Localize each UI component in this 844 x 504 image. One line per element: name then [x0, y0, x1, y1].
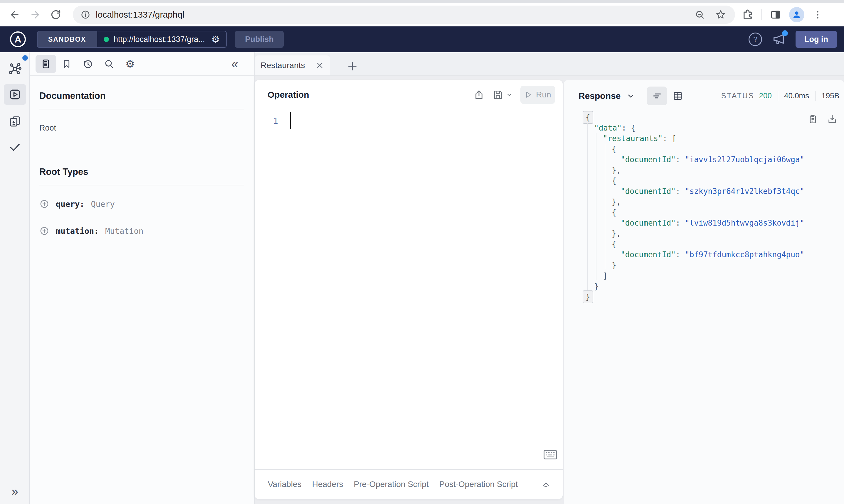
help-icon[interactable]: ?	[748, 33, 762, 46]
expand-plus-icon	[39, 226, 49, 236]
text-cursor	[290, 112, 291, 129]
status-label: STATUS	[721, 92, 754, 100]
announcements-button[interactable]	[772, 33, 786, 46]
json-line: },	[585, 197, 844, 207]
json-punctuation: :	[676, 187, 685, 196]
root-type-query-row[interactable]: query: Query	[39, 195, 244, 212]
tab-search[interactable]	[98, 59, 120, 69]
browser-tab-strip	[0, 0, 844, 3]
download-response-icon[interactable]	[827, 114, 838, 124]
tab-pre-operation-script[interactable]: Pre-Operation Script	[354, 480, 429, 489]
json-line: "data": {	[585, 123, 844, 133]
endpoint-url-text[interactable]: http://localhost:1337/gra...	[114, 35, 205, 44]
sidebar-item-checks[interactable]	[0, 140, 30, 154]
new-tab-button[interactable]	[347, 61, 358, 72]
collapse-toggle[interactable]: }	[583, 290, 593, 303]
chevron-down-icon	[506, 91, 513, 98]
json-punctuation: }	[594, 282, 599, 291]
sidebar-item-schema[interactable]	[0, 61, 30, 76]
expand-footer-button[interactable]	[541, 479, 551, 489]
apollo-header: A SANDBOX http://localhost:1337/gra... ⚙…	[0, 26, 844, 52]
connection-settings-icon[interactable]: ⚙	[211, 34, 220, 45]
share-operation-icon[interactable]	[473, 89, 485, 100]
notification-dot	[782, 30, 788, 36]
table-view-icon	[672, 90, 683, 102]
collapse-toggle[interactable]: {	[583, 111, 593, 124]
browser-profile-avatar[interactable]	[789, 7, 804, 22]
root-type-field[interactable]: query:	[56, 199, 85, 209]
bookmark-star-icon[interactable]	[715, 9, 726, 20]
reload-button[interactable]	[48, 6, 64, 23]
json-punctuation: },	[612, 197, 621, 206]
root-link[interactable]: Root	[39, 124, 244, 132]
json-line: },	[585, 165, 844, 176]
response-size: 195B	[821, 91, 839, 100]
json-line: "documentId": "szkyn3pr64r1v2lkebf3t4qc"	[585, 186, 844, 197]
side-panel-icon[interactable]	[770, 9, 781, 20]
sidebar-item-explorer-active[interactable]	[4, 84, 26, 105]
tab-restaurants[interactable]: Restaurants	[255, 55, 330, 75]
tab-variables[interactable]: Variables	[268, 480, 302, 489]
json-punctuation: {	[612, 176, 616, 185]
json-line: }	[585, 292, 844, 302]
divider	[39, 185, 244, 185]
indent-guide	[605, 144, 605, 269]
response-dropdown-chevron-icon[interactable]	[626, 92, 635, 100]
response-title: Response	[579, 91, 621, 101]
json-line: {	[585, 112, 844, 123]
address-bar[interactable]: localhost:1337/graphql	[73, 5, 735, 24]
root-type-field[interactable]: mutation:	[56, 227, 99, 236]
tab-documentation-active[interactable]	[36, 55, 56, 73]
json-punctuation: {	[612, 145, 616, 154]
expand-rail-button[interactable]: »	[0, 485, 30, 498]
root-type-mutation-row[interactable]: mutation: Mutation	[39, 222, 244, 239]
json-punctuation: {	[612, 240, 616, 249]
json-key: "restaurants"	[603, 134, 663, 143]
close-tab-icon[interactable]	[315, 61, 324, 70]
zoom-out-icon[interactable]	[694, 10, 705, 20]
json-line: "documentId": "iavv1s2l27uoblqcjai06wga"	[585, 154, 844, 165]
back-button[interactable]	[6, 6, 23, 23]
site-info-icon[interactable]	[81, 10, 90, 20]
schema-notification-dot	[22, 55, 28, 61]
browser-menu-icon[interactable]	[812, 9, 823, 20]
endpoint-url-field[interactable]: http://localhost:1337/gra... ⚙	[97, 34, 226, 45]
tab-history[interactable]	[77, 59, 98, 69]
run-button[interactable]: Run	[520, 86, 555, 104]
operation-title: Operation	[268, 90, 309, 100]
root-type-name[interactable]: Query	[91, 199, 115, 209]
apollo-logo[interactable]: A	[10, 31, 26, 47]
operation-editor[interactable]: 1	[255, 109, 563, 469]
keyboard-shortcuts-icon[interactable]	[543, 450, 557, 460]
documentation-panel: ⚙ « Documentation Root Root Types query:…	[30, 52, 255, 504]
json-line: {	[585, 176, 844, 186]
divider	[815, 91, 815, 101]
tab-post-operation-script[interactable]: Post-Operation Script	[439, 480, 518, 489]
login-button[interactable]: Log in	[795, 31, 837, 48]
extensions-icon[interactable]	[741, 8, 754, 21]
response-duration: 40.0ms	[784, 91, 809, 100]
forward-button[interactable]	[27, 6, 44, 23]
tab-headers[interactable]: Headers	[312, 480, 343, 489]
json-string: "szkyn3pr64r1v2lkebf3t4qc"	[685, 187, 804, 196]
line-number: 1	[255, 116, 278, 126]
screen: localhost:1337/graphql	[0, 0, 844, 504]
collapse-panel-button[interactable]: «	[231, 58, 238, 70]
operation-footer-tabs: Variables Headers Pre-Operation Script P…	[255, 470, 563, 499]
root-type-name[interactable]: Mutation	[105, 227, 143, 236]
tab-saved-operations[interactable]	[56, 59, 77, 69]
sidebar-item-changelog[interactable]	[0, 115, 30, 128]
json-line: {	[585, 144, 844, 154]
tab-label[interactable]: Restaurants	[261, 61, 305, 70]
endpoint-control: SANDBOX http://localhost:1337/gra... ⚙	[37, 31, 227, 48]
history-icon	[83, 59, 93, 69]
copy-response-icon[interactable]	[808, 114, 818, 124]
publish-button[interactable]: Publish	[235, 31, 284, 48]
view-formatted-button-active[interactable]	[647, 87, 667, 105]
url-text[interactable]: localhost:1337/graphql	[96, 10, 694, 20]
explorer-play-icon	[8, 88, 21, 101]
save-operation-button[interactable]	[492, 89, 513, 100]
json-punctuation: :	[676, 155, 685, 164]
view-table-button[interactable]	[672, 90, 683, 102]
tab-explorer-settings[interactable]: ⚙	[120, 58, 141, 70]
